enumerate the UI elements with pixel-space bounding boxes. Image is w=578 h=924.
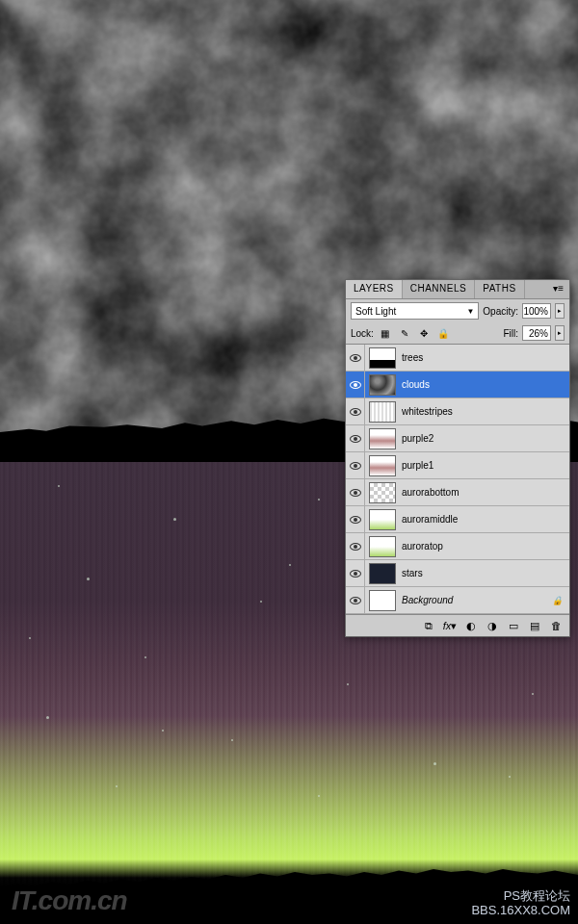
lock-badge-icon: 🔒	[552, 596, 565, 605]
layer-visibility-toggle[interactable]	[346, 345, 365, 372]
layer-name-label[interactable]: stars	[400, 568, 569, 578]
link-layers-icon[interactable]: ⧉	[419, 618, 438, 633]
new-layer-icon[interactable]: ▤	[525, 618, 544, 633]
blend-mode-row: Soft Light ▼ Opacity: 100% ▸	[346, 299, 569, 322]
adjustment-layer-icon[interactable]: ◑	[483, 618, 502, 633]
layer-thumbnail[interactable]	[369, 509, 396, 530]
fill-input[interactable]: 26%	[522, 325, 551, 341]
eye-icon	[350, 354, 361, 362]
eye-icon	[350, 408, 361, 416]
lock-all-icon[interactable]: 🔒	[435, 325, 451, 341]
eye-icon	[350, 462, 361, 470]
layer-visibility-toggle[interactable]	[346, 372, 365, 398]
eye-icon	[350, 435, 361, 443]
layer-visibility-toggle[interactable]	[346, 425, 365, 452]
eye-icon	[350, 381, 361, 389]
watermark-right: PS教程论坛 BBS.16XX8.COM	[471, 888, 570, 918]
layer-name-label[interactable]: Background	[400, 595, 552, 605]
eye-icon	[350, 570, 361, 578]
fill-flyout-icon[interactable]: ▸	[555, 325, 565, 341]
dropdown-arrow-icon: ▼	[466, 307, 474, 316]
layer-row[interactable]: aurorabottom	[346, 479, 569, 506]
opacity-label: Opacity:	[483, 306, 518, 317]
watermark-right-line1: PS教程论坛	[471, 888, 570, 904]
eye-icon	[350, 516, 361, 524]
layer-thumbnail[interactable]	[369, 482, 396, 503]
eye-icon	[350, 543, 361, 551]
layer-visibility-toggle[interactable]	[346, 506, 365, 533]
tab-layers[interactable]: LAYERS	[346, 280, 403, 298]
opacity-flyout-icon[interactable]: ▸	[555, 303, 565, 319]
layer-thumbnail[interactable]	[369, 428, 396, 449]
layer-name-label[interactable]: aurorabottom	[400, 487, 569, 498]
tab-channels[interactable]: CHANNELS	[403, 280, 475, 298]
layer-list: treescloudswhitestripespurple2purple1aur…	[346, 345, 569, 614]
lock-transparency-icon[interactable]: ▦	[378, 325, 393, 341]
layer-row[interactable]: trees	[346, 345, 569, 372]
layer-name-label[interactable]: whitestripes	[400, 406, 569, 417]
layer-visibility-toggle[interactable]	[346, 587, 365, 614]
layer-thumbnail[interactable]	[369, 563, 396, 584]
layer-thumbnail[interactable]	[369, 347, 396, 369]
layer-row[interactable]: purple2	[346, 425, 569, 452]
lock-pixels-icon[interactable]: ✎	[397, 325, 412, 341]
layer-name-label[interactable]: auroramiddle	[400, 514, 569, 525]
layer-row[interactable]: stars	[346, 560, 569, 587]
layer-thumbnail[interactable]	[369, 455, 396, 476]
panel-menu-icon[interactable]: ▾≡	[547, 280, 569, 298]
layer-visibility-toggle[interactable]	[346, 452, 365, 479]
layer-name-label[interactable]: clouds	[400, 379, 569, 390]
layer-thumbnail[interactable]	[369, 590, 396, 611]
layer-name-label[interactable]: trees	[400, 352, 569, 363]
opacity-input[interactable]: 100%	[522, 303, 551, 319]
layer-row[interactable]: purple1	[346, 452, 569, 479]
fill-label: Fill:	[503, 328, 518, 339]
tab-paths[interactable]: PATHS	[475, 280, 524, 298]
layer-visibility-toggle[interactable]	[346, 398, 365, 425]
layer-row[interactable]: whitestripes	[346, 398, 569, 425]
panel-tabs: LAYERS CHANNELS PATHS ▾≡	[346, 280, 569, 299]
layer-mask-icon[interactable]: ◐	[461, 618, 481, 633]
eye-icon	[350, 489, 361, 497]
panel-footer: ⧉ fx▾ ◐ ◑ ▭ ▤ 🗑	[346, 614, 569, 636]
lock-label: Lock:	[351, 328, 374, 339]
watermark-left: IT.com.cn	[12, 886, 127, 916]
layer-name-label[interactable]: purple1	[400, 460, 569, 471]
eye-icon	[350, 597, 361, 604]
layer-effects-icon[interactable]: fx▾	[440, 618, 460, 633]
delete-layer-icon[interactable]: 🗑	[546, 618, 565, 633]
layer-group-icon[interactable]: ▭	[504, 618, 523, 633]
layer-thumbnail[interactable]	[369, 374, 396, 396]
watermark-right-line2: BBS.16XX8.COM	[471, 903, 570, 918]
layer-visibility-toggle[interactable]	[346, 479, 365, 506]
lock-row: Lock: ▦ ✎ ✥ 🔒 Fill: 26% ▸	[346, 322, 569, 345]
blend-mode-value: Soft Light	[355, 306, 396, 317]
layers-panel: LAYERS CHANNELS PATHS ▾≡ Soft Light ▼ Op…	[345, 279, 570, 637]
layer-thumbnail[interactable]	[369, 401, 396, 423]
layer-visibility-toggle[interactable]	[346, 560, 365, 587]
layer-name-label[interactable]: auroratop	[400, 541, 569, 552]
layer-row[interactable]: auroratop	[346, 533, 569, 560]
layer-row[interactable]: auroramiddle	[346, 506, 569, 533]
lock-position-icon[interactable]: ✥	[416, 325, 432, 341]
layer-thumbnail[interactable]	[369, 536, 396, 557]
layer-row[interactable]: clouds	[346, 372, 569, 398]
layer-name-label[interactable]: purple2	[400, 433, 569, 444]
layer-row[interactable]: Background🔒	[346, 587, 569, 614]
layer-visibility-toggle[interactable]	[346, 533, 365, 560]
blend-mode-select[interactable]: Soft Light ▼	[351, 302, 479, 320]
